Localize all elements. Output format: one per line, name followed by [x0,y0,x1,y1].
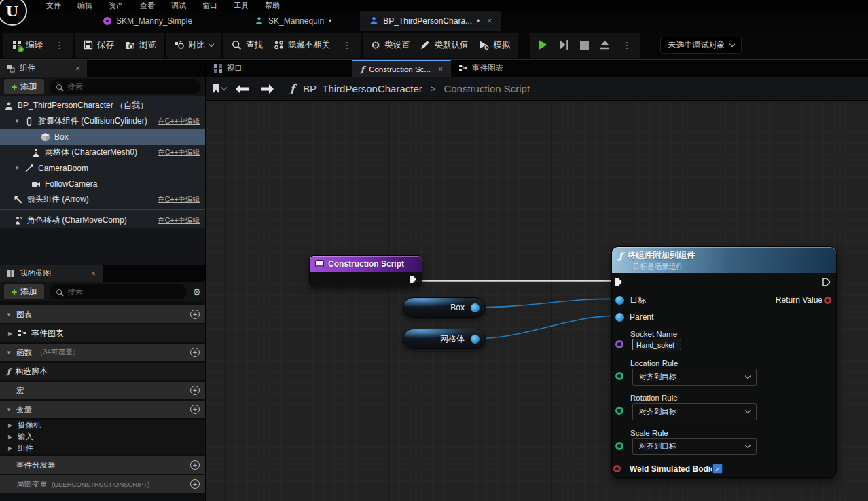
forward-button[interactable] [259,84,275,94]
menu-debug[interactable]: 调试 [163,1,194,11]
tree-row-cameraboom[interactable]: ▼ CameraBoom [0,160,205,176]
location-rule-dropdown[interactable]: 对齐到目标 [632,369,757,386]
my-blueprint-search-input[interactable] [67,288,180,296]
section-graphs[interactable]: ▼ 图表 + [0,305,205,323]
menu-window[interactable]: 窗口 [194,1,225,11]
node-construction-script[interactable]: Construction Script [309,255,422,286]
play-options-icon[interactable]: ⋮ [621,40,632,50]
section-functions[interactable]: ▼ 函数 （34可覆盖） + [0,344,205,361]
socket-name-input[interactable] [632,339,681,350]
simulate-button[interactable]: 模拟 [479,39,510,51]
compile-options-icon[interactable]: ⋮ [54,40,65,50]
save-button[interactable]: 保存 [84,39,114,51]
circle-plus-icon[interactable]: + [190,386,200,395]
rotation-rule-dropdown[interactable]: 对齐到目标 [632,403,757,420]
stop-icon[interactable] [580,41,589,50]
edit-in-cpp-link[interactable]: 在C++中编辑 [158,216,200,225]
circle-plus-icon[interactable]: + [190,405,200,414]
bookmark-button[interactable] [213,84,226,93]
menu-tools[interactable]: 工具 [225,1,257,11]
class-defaults-button[interactable]: 类默认值 [420,39,468,51]
my-blueprint-search[interactable] [50,284,187,299]
tab-viewport[interactable]: 视口 [206,60,251,77]
location-rule-pin[interactable] [615,372,623,380]
circle-plus-icon[interactable]: + [190,348,200,357]
filter-gear-icon[interactable]: ⚙ [192,287,201,297]
edit-in-cpp-link[interactable]: 在C++中编辑 [158,195,200,204]
circle-plus-icon[interactable]: + [190,479,200,489]
exec-out-pin[interactable] [409,275,417,284]
tab-event-graph[interactable]: 事件图表 [451,60,511,77]
caret-right-icon[interactable]: ▶ [7,331,14,337]
caret-right-icon[interactable]: ▶ [7,434,14,440]
close-icon[interactable]: × [487,16,492,26]
target-pin[interactable] [615,296,624,305]
edit-in-cpp-link[interactable]: 在C++中编辑 [158,117,200,126]
exec-out-pin[interactable] [822,278,831,286]
exec-in-pin[interactable] [615,278,623,286]
hide-unrelated-button[interactable]: 隐藏不相关 [274,39,331,51]
tree-row-box[interactable]: Box [0,129,205,145]
caret-down-icon[interactable]: ▼ [5,312,12,318]
play-icon[interactable] [538,39,548,50]
item-event-graph[interactable]: ▶ 事件图表 [0,324,205,342]
tree-row-arrow[interactable]: 箭头组件 (Arrow) 在C++中编辑 [0,191,205,207]
section-variables[interactable]: ▼ 变量 + [0,401,205,418]
menu-edit[interactable]: 编辑 [69,1,101,11]
breadcrumb-root[interactable]: BP_ThirdPersonCharacter [303,83,422,94]
node-var-box[interactable]: Box [403,297,486,318]
find-button[interactable]: 查找 [232,39,263,51]
object-pin[interactable] [471,303,480,312]
node-attach-component[interactable]: ƒ 将组件附加到组件 目标是场景组件 目标 Return Value [611,246,837,478]
tab-construction-script[interactable]: ƒ Construction Sc... × [352,60,451,77]
edit-in-cpp-link[interactable]: 在C++中编辑 [158,148,200,157]
tab-components[interactable]: 组件 × [0,60,87,77]
section-event-dispatchers[interactable]: 事件分发器 + [0,456,205,474]
tree-row-followcamera[interactable]: FollowCamera [0,176,205,191]
tree-row-self[interactable]: BP_ThirdPersonCharacter （自我） [0,98,205,113]
circle-plus-icon[interactable]: + [190,310,200,319]
compile-button[interactable]: ✓ 编译 [12,39,43,51]
eject-icon[interactable] [600,41,610,50]
socket-name-pin[interactable] [615,340,623,348]
close-icon[interactable]: × [75,64,80,73]
category-camera[interactable]: ▶ 摄像机 [0,420,205,431]
class-settings-button[interactable]: ⚙ 类设置 [372,39,410,51]
tree-row-mesh[interactable]: 网格体 (CharacterMesh0) 在C++中编辑 [0,145,205,160]
weld-pin[interactable] [613,465,621,472]
return-value-pin[interactable] [824,297,831,304]
diff-button[interactable]: 对比 [175,39,213,51]
menu-help[interactable]: 帮助 [257,1,288,11]
close-icon[interactable]: × [91,269,96,278]
caret-down-icon[interactable]: ▼ [5,407,12,413]
caret-right-icon[interactable]: ▶ [7,422,14,428]
menu-view[interactable]: 查看 [132,1,163,11]
section-local-variables[interactable]: 局部变量 (USERCONSTRUCTIONSCRIPT) + [0,475,205,493]
menu-asset[interactable]: 资产 [101,1,132,11]
asset-tab-skm-manny[interactable]: SKM_Manny_Simple [94,11,202,31]
asset-tab-sk-mannequin[interactable]: SK_Mannequin• [245,11,341,31]
item-construction-script[interactable]: ƒ 构造脚本 [0,363,205,380]
debug-object-dropdown[interactable]: 未选中调试对象 [660,37,742,54]
scale-rule-pin[interactable] [615,442,623,450]
graph-canvas[interactable]: Construction Script Box 网格体 [206,101,868,501]
category-input[interactable]: ▶ 输入 [0,431,205,443]
frame-skip-icon[interactable] [559,40,569,50]
components-search[interactable] [50,79,201,94]
add-blueprint-item-button[interactable]: + 添加 [4,284,44,299]
asset-tab-bp-thirdperson[interactable]: BP_ThirdPersonChara... • × [360,11,501,31]
parent-pin[interactable] [615,313,624,322]
rotation-rule-pin[interactable] [615,407,623,415]
object-pin[interactable] [471,335,480,344]
more-options-icon[interactable]: ⋮ [342,40,353,50]
scale-rule-dropdown[interactable]: 对齐到目标 [632,438,757,455]
components-search-input[interactable] [67,83,194,91]
node-var-mesh[interactable]: 网格体 [403,329,486,349]
tab-my-blueprint[interactable]: 我的蓝图 × [0,265,103,282]
browse-button[interactable]: 浏览 [125,39,156,51]
caret-down-icon[interactable]: ▼ [5,350,12,356]
caret-down-icon[interactable]: ▼ [14,118,20,124]
menu-file[interactable]: 文件 [38,1,69,11]
back-button[interactable] [234,84,251,94]
tree-row-capsule[interactable]: ▼ 胶囊体组件 (CollisionCylinder) 在C++中编辑 [0,113,205,129]
